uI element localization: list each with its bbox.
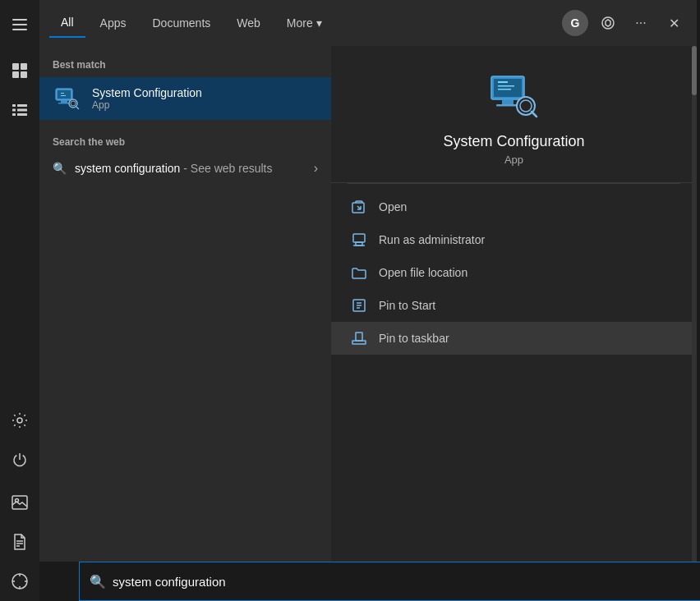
tab-documents[interactable]: Documents (140, 8, 222, 38)
tab-all[interactable]: All (49, 8, 85, 38)
result-name: System Configuration (92, 86, 202, 99)
svg-rect-36 (498, 81, 508, 83)
svg-rect-7 (12, 104, 16, 107)
folder-icon (351, 264, 367, 281)
web-search-section: Search the web 🔍 system configuration - … (39, 120, 331, 182)
open-icon (351, 199, 367, 215)
svg-rect-10 (17, 109, 27, 112)
more-options-icon[interactable]: ··· (628, 10, 654, 36)
web-suffix: - See web results (180, 162, 272, 175)
web-query: system configuration (75, 162, 180, 175)
svg-rect-37 (498, 85, 514, 87)
detail-app-icon (488, 71, 541, 123)
svg-rect-27 (61, 100, 67, 103)
svg-rect-12 (17, 113, 27, 116)
tab-apps[interactable]: Apps (89, 8, 138, 38)
admin-icon (351, 232, 367, 248)
svg-rect-30 (61, 93, 64, 94)
search-panel: All Apps Documents Web More ▾ G ··· ✕ Be… (39, 0, 697, 601)
web-arrow-icon: › (314, 161, 318, 176)
settings-sidebar-icon[interactable] (0, 401, 39, 440)
svg-line-33 (76, 107, 79, 109)
svg-rect-56 (356, 333, 362, 341)
nav-right-controls: G ··· ✕ (562, 10, 687, 36)
sidebar (0, 0, 39, 601)
tab-web[interactable]: Web (225, 8, 272, 38)
action-pin-start-label: Pin to Start (379, 299, 435, 312)
best-match-label: Best match (39, 56, 331, 77)
detail-actions: Open Run as administrator (331, 184, 697, 361)
close-icon[interactable]: ✕ (661, 10, 687, 36)
power-sidebar-icon[interactable] (0, 440, 39, 479)
svg-rect-28 (58, 103, 70, 104)
action-run-admin-label: Run as administrator (379, 233, 485, 246)
svg-rect-26 (58, 90, 71, 99)
svg-line-43 (532, 112, 537, 117)
web-search-text: system configuration - See web results (75, 162, 272, 175)
detail-panel: System Configuration App (331, 46, 697, 562)
svg-rect-38 (498, 89, 511, 90)
web-section-label: Search the web (39, 133, 331, 154)
svg-rect-4 (21, 63, 27, 70)
search-bar-icon: 🔍 (90, 574, 106, 590)
result-text-system-config: System Configuration App (92, 86, 202, 111)
content-area: Best match (39, 46, 697, 562)
list-view-icon[interactable] (0, 90, 39, 130)
svg-rect-48 (353, 234, 365, 242)
result-type: App (92, 99, 202, 111)
search-small-icon: 🔍 (53, 162, 67, 175)
nav-bar: All Apps Documents Web More ▾ G ··· ✕ (39, 0, 697, 46)
action-open-file-location-label: Open file location (379, 266, 467, 279)
detail-app-name: System Configuration (443, 133, 584, 150)
svg-point-13 (17, 418, 22, 423)
svg-rect-39 (502, 99, 513, 104)
svg-rect-6 (21, 71, 27, 78)
pin-start-icon (351, 297, 367, 314)
system-config-small-icon (53, 84, 82, 113)
svg-marker-20 (17, 579, 22, 584)
search-input[interactable] (113, 575, 700, 589)
result-item-system-config[interactable]: System Configuration App (39, 77, 331, 120)
action-pin-start[interactable]: Pin to Start (331, 289, 697, 322)
search-bar: 🔍 (79, 562, 700, 601)
svg-rect-2 (12, 29, 27, 30)
grid-view-icon[interactable] (0, 51, 39, 90)
svg-rect-29 (61, 95, 66, 96)
svg-rect-9 (12, 109, 16, 112)
feedback-icon[interactable] (595, 10, 621, 36)
svg-rect-3 (12, 63, 19, 70)
action-pin-taskbar-label: Pin to taskbar (379, 332, 449, 345)
hamburger-menu-icon[interactable] (0, 5, 39, 44)
action-open-label: Open (379, 200, 407, 213)
svg-rect-8 (17, 104, 27, 107)
svg-rect-5 (12, 71, 19, 78)
svg-rect-11 (12, 113, 16, 116)
image-sidebar-icon[interactable] (0, 483, 39, 522)
detail-app-type: App (504, 154, 523, 166)
scrollbar-thumb[interactable] (692, 46, 697, 95)
detail-header: System Configuration App (331, 46, 697, 183)
tab-more[interactable]: More ▾ (275, 8, 334, 38)
compass-sidebar-icon[interactable] (0, 562, 39, 601)
svg-rect-1 (12, 24, 27, 25)
results-panel: Best match (39, 46, 331, 562)
scrollbar[interactable] (692, 46, 697, 562)
document-sidebar-icon[interactable] (0, 522, 39, 562)
svg-rect-40 (496, 104, 519, 107)
pin-taskbar-icon (351, 330, 367, 346)
action-run-admin[interactable]: Run as administrator (331, 223, 697, 256)
web-search-item[interactable]: 🔍 system configuration - See web results… (39, 154, 331, 182)
svg-rect-0 (12, 19, 27, 21)
user-avatar[interactable]: G (562, 10, 588, 36)
action-open-file-location[interactable]: Open file location (331, 256, 697, 289)
action-open[interactable]: Open (331, 190, 697, 223)
action-pin-taskbar[interactable]: Pin to taskbar (331, 322, 697, 355)
